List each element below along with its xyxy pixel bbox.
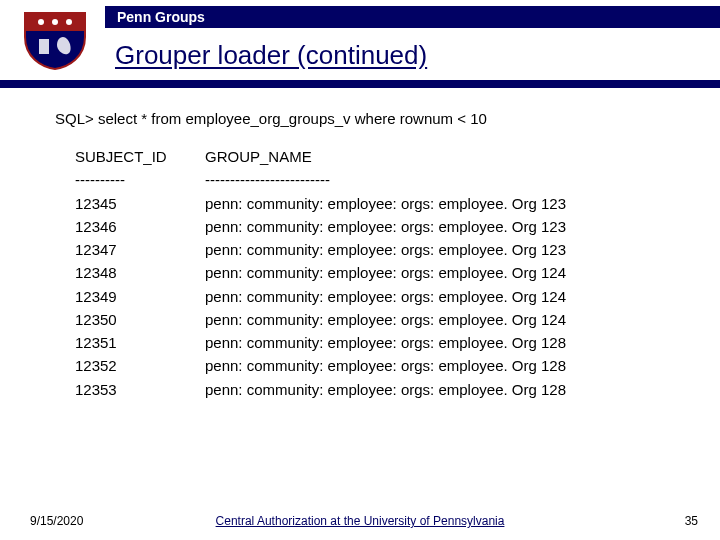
header-band-text: Penn Groups (117, 9, 205, 25)
cell-group-name: penn: community: employee: orgs: employe… (205, 378, 700, 401)
footer-center: Central Authorization at the University … (216, 514, 505, 528)
cell-subject-id: 12353 (75, 378, 205, 401)
svg-point-2 (66, 19, 72, 25)
slide-title: Grouper loader (continued) (115, 40, 427, 71)
cell-group-name: penn: community: employee: orgs: employe… (205, 354, 700, 377)
col-sep-id: ---------- (75, 168, 205, 191)
cell-group-name: penn: community: employee: orgs: employe… (205, 308, 700, 331)
cell-subject-id: 12346 (75, 215, 205, 238)
table-row: 12347penn: community: employee: orgs: em… (75, 238, 700, 261)
table-row: 12350penn: community: employee: orgs: em… (75, 308, 700, 331)
cell-subject-id: 12351 (75, 331, 205, 354)
cell-group-name: penn: community: employee: orgs: employe… (205, 215, 700, 238)
slide-footer: 9/15/2020 Central Authorization at the U… (0, 510, 720, 532)
col-header-group-name: GROUP_NAME (205, 145, 700, 168)
cell-subject-id: 12349 (75, 285, 205, 308)
table-separator-row: ---------- ------------------------- (75, 168, 700, 191)
sql-query-line: SQL> select * from employee_org_groups_v… (55, 110, 700, 127)
table-row: 12348penn: community: employee: orgs: em… (75, 261, 700, 284)
penn-shield-logo (10, 5, 100, 75)
table-row: 12352penn: community: employee: orgs: em… (75, 354, 700, 377)
cell-group-name: penn: community: employee: orgs: employe… (205, 192, 700, 215)
table-row: 12349penn: community: employee: orgs: em… (75, 285, 700, 308)
table-header-row: SUBJECT_ID GROUP_NAME (75, 145, 700, 168)
cell-subject-id: 12352 (75, 354, 205, 377)
table-row: 12351penn: community: employee: orgs: em… (75, 331, 700, 354)
title-rule (0, 80, 720, 88)
table-row: 12345penn: community: employee: orgs: em… (75, 192, 700, 215)
query-result-table: SUBJECT_ID GROUP_NAME ---------- -------… (75, 145, 700, 401)
footer-page: 35 (685, 514, 698, 528)
svg-point-1 (52, 19, 58, 25)
table-row: 12353penn: community: employee: orgs: em… (75, 378, 700, 401)
col-sep-name: ------------------------- (205, 168, 700, 191)
footer-date: 9/15/2020 (30, 514, 83, 528)
header-band: Penn Groups (105, 6, 720, 28)
slide-body: SQL> select * from employee_org_groups_v… (0, 110, 720, 500)
table-row: 12346penn: community: employee: orgs: em… (75, 215, 700, 238)
cell-group-name: penn: community: employee: orgs: employe… (205, 238, 700, 261)
col-header-subject-id: SUBJECT_ID (75, 145, 205, 168)
cell-subject-id: 12347 (75, 238, 205, 261)
cell-subject-id: 12348 (75, 261, 205, 284)
cell-group-name: penn: community: employee: orgs: employe… (205, 331, 700, 354)
cell-group-name: penn: community: employee: orgs: employe… (205, 261, 700, 284)
svg-point-0 (38, 19, 44, 25)
cell-subject-id: 12350 (75, 308, 205, 331)
cell-subject-id: 12345 (75, 192, 205, 215)
cell-group-name: penn: community: employee: orgs: employe… (205, 285, 700, 308)
